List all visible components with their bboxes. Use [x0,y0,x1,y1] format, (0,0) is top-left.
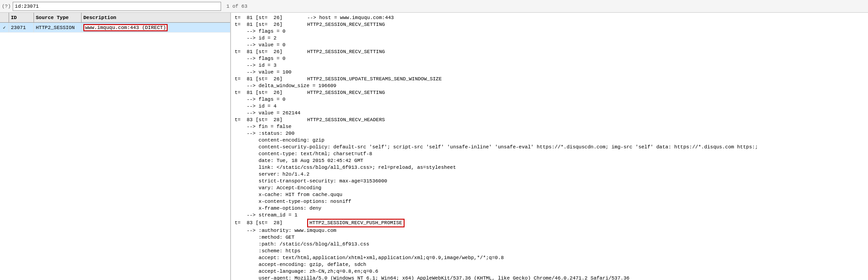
log-indent-line: --> value = 262144 [235,110,864,117]
log-time: t= 81 [st= 26] [235,21,307,28]
log-indent-line: strict-transport-security: max-age=31536… [235,178,864,185]
log-event-line: t= 81 [st= 26] HTTP2_SESSION_RECV_SETTIN… [235,49,864,55]
log-indent-line: --> :status: 200 [235,130,864,137]
log-indent-line: --> id = 4 [235,103,864,110]
log-event-line: t= 81 [st= 26] --> host = www.imququ.com… [235,15,864,21]
log-event-name: --> host = www.imququ.com:443 [307,15,394,21]
table-row[interactable]: ✓ 23071 HTTP2_SESSION www.imququ.com:443… [0,23,230,33]
log-indent-line: --> id = 3 [235,62,864,69]
log-event-highlighted: HTTP2_SESSION_RECV_PUSH_PROMISE [307,219,405,227]
log-indent-line: accept-encoding: gzip, deflate, sdch [235,261,864,268]
main-content: ID Source Type Description ✓ 23071 HTTP2… [0,13,868,280]
log-event-name: HTTP2_SESSION_RECV_SETTING [307,89,385,96]
log-indent-line: content-security-policy: default-src 'se… [235,144,864,151]
td-id: 23071 [9,23,34,32]
log-indent-line: x-content-type-options: nosniff [235,198,864,205]
log-indent-line: user-agent: Mozilla/5.0 (Windows NT 6.1;… [235,275,864,280]
th-check [0,13,9,22]
log-indent-line: --> flags = 0 [235,28,864,35]
log-indent-line: accept-language: zh-CN,zh;q=0.8,en;q=0.6 [235,268,864,275]
log-event-line: t= 81 [st= 26] HTTP2_SESSION_RECV_SETTIN… [235,21,864,28]
log-time: t= 83 [st= 28] [235,117,307,123]
log-event-line: t= 81 [st= 26] HTTP2_SESSION_RECV_SETTIN… [235,89,864,96]
log-indent-line: --> id = 2 [235,35,864,42]
log-indent-line: --> value = 0 [235,42,864,49]
log-indent-line: server: h2o/1.4.2 [235,171,864,178]
table-header: ID Source Type Description [0,13,230,23]
log-indent-line: :method: GET [235,234,864,241]
search-count: 1 of 63 [223,4,251,9]
log-panel[interactable]: t= 81 [st= 26] --> host = www.imququ.com… [231,13,868,280]
log-event-line: t= 83 [st= 28] HTTP2_SESSION_RECV_HEADER… [235,117,864,123]
log-time: t= 81 [st= 26] [235,49,307,55]
log-event-name: HTTP2_SESSION_RECV_HEADERS [307,117,385,123]
log-indent-line: content-type: text/html; charset=utf-8 [235,151,864,157]
log-indent-line: date: Tue, 18 Aug 2015 02:45:42 GMT [235,157,864,164]
left-panel: ID Source Type Description ✓ 23071 HTTP2… [0,13,231,280]
log-indent-line: x-cache: HIT from cache.ququ [235,192,864,198]
log-event-line: t= 83 [st= 28] HTTP2_SESSION_RECV_PUSH_P… [235,219,864,227]
search-input[interactable] [13,2,221,11]
log-time: t= 81 [st= 26] [235,15,307,21]
log-indent-line: --> flags = 0 [235,55,864,62]
log-indent-line: --> delta_window_size = 196609 [235,83,864,89]
log-event-name: HTTP2_SESSION_RECV_SETTING [307,49,385,55]
log-indent-line: x-frame-options: deny [235,205,864,212]
search-bar: (?) 1 of 63 [0,0,868,13]
log-indent-line: --> stream_id = 1 [235,212,864,219]
log-indent-line: accept: text/html,application/xhtml+xml,… [235,255,864,261]
td-source-type: HTTP2_SESSION [34,23,82,32]
log-indent-line: --> flags = 0 [235,96,864,103]
log-indent-line: --> :authority: www.imququ.com [235,227,864,234]
log-event-name: HTTP2_SESSION_UPDATE_STREAMS_SEND_WINDOW… [307,76,442,83]
log-indent-line: vary: Accept-Encoding [235,185,864,192]
td-description: www.imququ.com:443 (DIRECT) [82,23,230,32]
log-time: t= 81 [st= 26] [235,89,307,96]
search-label: (?) [2,4,11,9]
log-indent-line: --> value = 100 [235,69,864,76]
log-time: t= 83 [st= 28] [235,220,307,226]
desc-highlighted-text: www.imququ.com:443 (DIRECT) [83,24,168,31]
th-source-type: Source Type [34,13,82,22]
th-id: ID [9,13,34,22]
th-description: Description [82,13,230,22]
log-indent-line: link: </static/css/blog/all_6f913.css>; … [235,164,864,171]
td-check: ✓ [0,23,9,32]
log-indent-line: :scheme: https [235,248,864,255]
log-event-line: t= 81 [st= 26] HTTP2_SESSION_UPDATE_STRE… [235,76,864,83]
log-indent-line: :path: /static/css/blog/all_6f913.css [235,241,864,248]
log-indent-line: --> fin = false [235,123,864,130]
log-event-name: HTTP2_SESSION_RECV_SETTING [307,21,385,28]
log-indent-line: content-encoding: gzip [235,137,864,144]
log-time: t= 81 [st= 26] [235,76,307,83]
